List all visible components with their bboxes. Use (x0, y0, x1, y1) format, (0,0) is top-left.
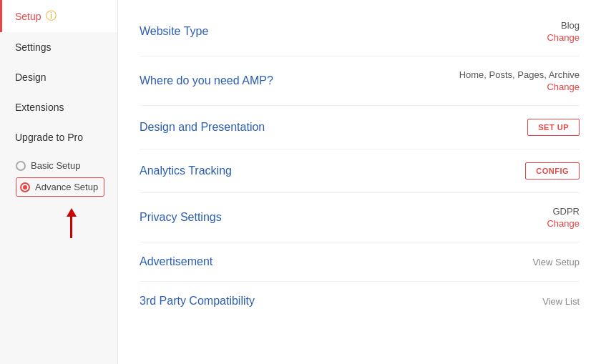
row-link-advertisement[interactable]: View Setup (532, 257, 580, 267)
row-value-privacy-settings: GDPR (552, 206, 580, 217)
arrow-head (67, 208, 77, 217)
arrow-annotation (0, 202, 117, 238)
row-website-type: Website Type Blog Change (140, 7, 580, 56)
row-title-amp-pages: Where do you need AMP? (140, 74, 273, 87)
row-title-website-type: Website Type (140, 25, 208, 38)
row-title-design-presentation: Design and Presentation (140, 121, 265, 134)
advance-setup-label: Advance Setup (35, 182, 98, 192)
row-right-analytics-tracking: CONFIG (525, 162, 580, 179)
row-right-privacy-settings: GDPR Change (547, 206, 580, 229)
config-button[interactable]: CONFIG (525, 162, 580, 179)
row-value-website-type: Blog (561, 20, 580, 31)
sidebar-item-settings[interactable]: Settings (0, 32, 117, 62)
row-third-party: 3rd Party Compatibility View List (140, 282, 580, 320)
main-content: Website Type Blog Change Where do you ne… (118, 0, 601, 364)
row-advertisement: Advertisement View Setup (140, 242, 580, 282)
row-privacy-settings: Privacy Settings GDPR Change (140, 193, 580, 242)
info-icon: ⓘ (46, 9, 57, 23)
row-link-third-party[interactable]: View List (542, 296, 580, 307)
sidebar-sub-advance[interactable]: Advance Setup (20, 179, 98, 195)
row-analytics-tracking: Analytics Tracking CONFIG (140, 149, 580, 193)
row-right-third-party: View List (542, 296, 580, 307)
row-title-advertisement: Advertisement (140, 255, 212, 268)
sidebar-sub-section: Basic Setup Advance Setup (0, 152, 117, 202)
row-design-presentation: Design and Presentation SET UP (140, 106, 580, 149)
row-link-amp-pages[interactable]: Change (547, 82, 580, 92)
sidebar-item-upgrade[interactable]: Upgrade to Pro (0, 122, 117, 152)
sidebar-item-design[interactable]: Design (0, 62, 117, 92)
row-right-advertisement: View Setup (532, 257, 580, 267)
sidebar-label-extensions: Extensions (15, 102, 64, 113)
row-right-design-presentation: SET UP (527, 119, 580, 136)
radio-advance[interactable] (20, 182, 30, 192)
sidebar: Setup ⓘ Settings Design Extensions Upgra… (0, 0, 118, 364)
advance-setup-wrapper: Advance Setup (16, 177, 104, 197)
sidebar-item-extensions[interactable]: Extensions (0, 92, 117, 122)
row-amp-pages: Where do you need AMP? Home, Posts, Page… (140, 56, 580, 106)
row-value-amp-pages: Home, Posts, Pages, Archive (459, 69, 580, 80)
arrow-shaft (70, 217, 72, 238)
row-right-amp-pages: Home, Posts, Pages, Archive Change (459, 69, 580, 92)
sidebar-sub-basic[interactable]: Basic Setup (16, 158, 104, 173)
radio-basic[interactable] (16, 161, 26, 171)
row-right-website-type: Blog Change (547, 20, 580, 43)
sidebar-label-settings: Settings (15, 41, 52, 53)
setup-button[interactable]: SET UP (527, 119, 580, 136)
row-title-analytics-tracking: Analytics Tracking (140, 164, 232, 177)
row-link-website-type[interactable]: Change (547, 32, 580, 43)
sidebar-item-setup[interactable]: Setup ⓘ (0, 0, 117, 32)
sidebar-label-design: Design (15, 72, 47, 83)
row-title-privacy-settings: Privacy Settings (140, 211, 222, 224)
basic-setup-label: Basic Setup (31, 160, 80, 171)
arrow-up (67, 208, 77, 238)
sidebar-label-upgrade: Upgrade to Pro (15, 132, 83, 143)
row-link-privacy-settings[interactable]: Change (547, 218, 580, 229)
sidebar-label-setup: Setup (15, 11, 41, 22)
row-title-third-party: 3rd Party Compatibility (140, 295, 255, 308)
